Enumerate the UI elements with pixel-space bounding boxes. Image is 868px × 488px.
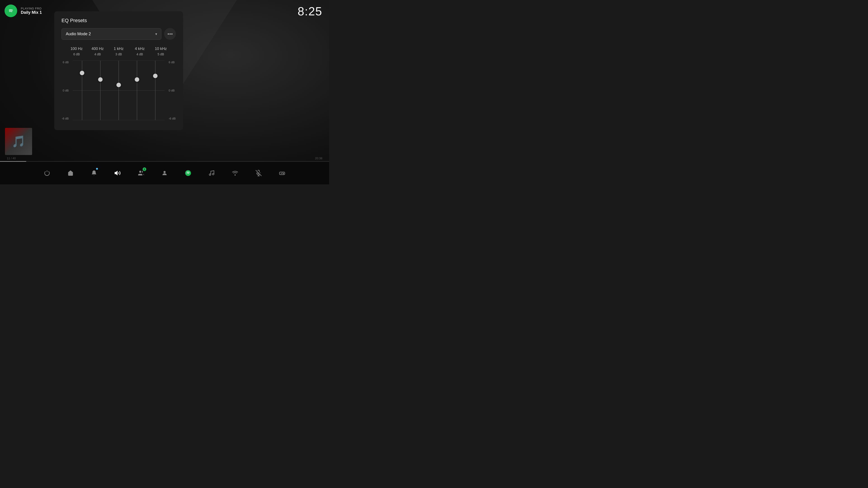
- bottom-navigation: 1: [0, 162, 329, 184]
- playing-from-label: PLAYING FRO: [21, 7, 42, 10]
- eq-slider-4khz[interactable]: [130, 61, 144, 120]
- slider-handle-2[interactable]: [116, 83, 121, 87]
- slider-handle-3[interactable]: [135, 77, 139, 82]
- album-art: [5, 128, 32, 155]
- audio-icon[interactable]: [112, 167, 124, 179]
- freq-label-3: 4 kHz: [131, 46, 149, 51]
- mic-muted-icon[interactable]: [252, 167, 265, 179]
- freq-label-0: 100 Hz: [68, 46, 86, 51]
- slider-track-0: [82, 61, 82, 120]
- home-icon[interactable]: [64, 167, 76, 179]
- freq-label-4: 10 kHz: [152, 46, 170, 51]
- svg-point-5: [209, 174, 211, 175]
- slider-track-2: [119, 61, 119, 120]
- chevron-down-icon: ▾: [155, 32, 157, 36]
- now-playing-info: PLAYING FRO Daily Mix 1: [21, 7, 42, 15]
- slider-handle-4[interactable]: [153, 74, 158, 78]
- eq-panel: EQ Presets Audio Mode 2 ▾ 100 Hz 400 Hz …: [54, 11, 183, 130]
- db-val-4: 5 dB: [152, 53, 170, 56]
- eq-right-scale: 6 dB 0 dB -6 dB: [167, 59, 176, 122]
- dot3: [171, 33, 173, 35]
- eq-preset-label: Audio Mode 2: [66, 32, 91, 36]
- now-playing-section: PLAYING FRO Daily Mix 1: [4, 4, 42, 17]
- eq-slider-400hz[interactable]: [94, 61, 107, 120]
- spotify-nav-icon[interactable]: [182, 167, 194, 179]
- eq-frequency-labels: 100 Hz 400 Hz 1 kHz 4 kHz 10 kHz: [61, 46, 176, 51]
- friends-icon[interactable]: 1: [135, 167, 147, 179]
- freq-label-2: 1 kHz: [110, 46, 128, 51]
- wireless-icon[interactable]: [229, 167, 241, 179]
- track-position: 11 / 40: [7, 157, 16, 160]
- scale-bottom-right: -6 dB: [167, 117, 176, 120]
- scale-mid-left: 0 dB: [61, 89, 70, 92]
- scale-mid-right: 0 dB: [167, 89, 176, 92]
- notifications-icon[interactable]: [88, 167, 100, 179]
- power-icon[interactable]: [41, 167, 53, 179]
- svg-point-3: [163, 171, 165, 173]
- eq-slider-1khz[interactable]: [112, 61, 125, 120]
- db-val-0: 6 dB: [68, 53, 86, 56]
- spotify-logo-icon: [4, 4, 17, 17]
- eq-preset-row: Audio Mode 2 ▾: [61, 28, 176, 40]
- album-art-image: [5, 128, 32, 155]
- slider-handle-1[interactable]: [98, 77, 103, 82]
- eq-title: EQ Presets: [61, 18, 176, 24]
- clock-display: 8:25: [298, 4, 322, 18]
- notification-dot: [96, 168, 98, 170]
- slider-track-3: [137, 61, 137, 120]
- scale-top-left: 6 dB: [61, 61, 70, 64]
- db-val-1: 4 dB: [89, 53, 107, 56]
- eq-slider-100hz[interactable]: [75, 61, 89, 120]
- db-val-2: 3 dB: [110, 53, 128, 56]
- slider-handle-0[interactable]: [80, 71, 84, 75]
- svg-rect-11: [279, 172, 285, 175]
- playlist-name: Daily Mix 1: [21, 10, 42, 15]
- scale-top-right: 6 dB: [167, 61, 176, 64]
- svg-point-4: [185, 170, 191, 176]
- eq-left-scale: 6 dB 0 dB -6 dB: [61, 59, 70, 122]
- eq-sliders-area: 6 dB 0 dB -6 dB: [61, 59, 176, 122]
- svg-point-7: [235, 175, 235, 175]
- dot2: [169, 33, 170, 35]
- svg-point-13: [283, 173, 284, 174]
- avatar-icon[interactable]: [158, 167, 170, 179]
- svg-marker-1: [115, 171, 117, 175]
- eq-db-value-labels: 6 dB 4 dB 3 dB 4 dB 5 dB: [61, 53, 176, 56]
- music-icon[interactable]: [206, 167, 218, 179]
- svg-point-6: [213, 173, 214, 175]
- eq-sliders-inner: [70, 59, 167, 122]
- friends-badge: 1: [143, 167, 146, 171]
- scale-bottom-left: -6 dB: [61, 117, 70, 120]
- track-time: 20:38: [315, 157, 322, 160]
- slider-track-4: [155, 61, 156, 120]
- eq-more-button[interactable]: [164, 28, 176, 40]
- freq-label-1: 400 Hz: [89, 46, 107, 51]
- db-val-3: 4 dB: [131, 53, 149, 56]
- svg-point-2: [139, 171, 141, 173]
- dot1: [168, 33, 169, 35]
- slider-track-1: [100, 61, 101, 120]
- eq-slider-10khz[interactable]: [149, 61, 162, 120]
- controller-icon[interactable]: [276, 167, 288, 179]
- eq-preset-dropdown[interactable]: Audio Mode 2 ▾: [61, 28, 161, 40]
